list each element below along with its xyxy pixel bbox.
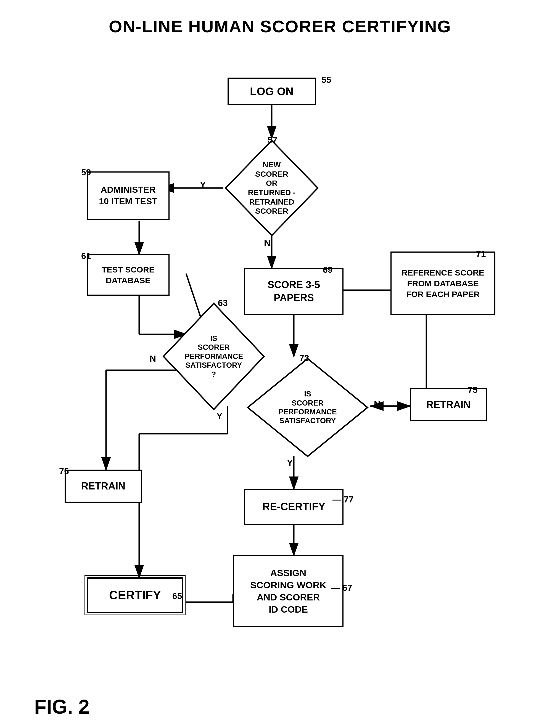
fig-label: FIG. 2 (34, 695, 89, 718)
ref-63: 63 (218, 298, 228, 308)
flowchart-diagram: LOG ON 55 NEW SCORER OR RETURNED - RETRA… (23, 53, 537, 728)
ref-67: — 67 (331, 583, 352, 593)
ref-65: 65 (172, 591, 182, 601)
re-certify-box: RE-CERTIFY (244, 489, 344, 525)
assign-scoring-box: ASSIGN SCORING WORK AND SCORER ID CODE (233, 555, 344, 627)
ref-55: 55 (321, 75, 331, 85)
ref-71: 71 (476, 249, 486, 259)
yn-n-new-scorer: N (264, 238, 270, 248)
logon-box: LOG ON (228, 78, 316, 105)
ref-77: — 77 (332, 494, 353, 505)
scorer-perf-2-diamond: IS SCORER PERFORMANCE SATISFACTORY (245, 357, 370, 458)
ref-59: 59 (81, 167, 91, 178)
new-scorer-diamond: NEW SCORER OR RETURNED - RETRAINED SCORE… (223, 138, 320, 238)
ref-75-right: 75 (468, 385, 478, 395)
yn-y-perf-1: Y (216, 411, 222, 421)
page-title: ON-LINE HUMAN SCORER CERTIFYING (22, 17, 538, 36)
ref-73: 73 (299, 353, 309, 363)
administer-box: ADMINISTER 10 ITEM TEST (87, 172, 170, 220)
ref-57: 57 (268, 135, 278, 145)
page: ON-LINE HUMAN SCORER CERTIFYING (0, 0, 560, 728)
yn-y-perf-2: Y (287, 458, 293, 468)
ref-61: 61 (81, 251, 91, 261)
yn-n-perf-1: N (150, 354, 156, 364)
retrain-left-box: RETRAIN (65, 469, 142, 503)
ref-69: 69 (323, 265, 333, 275)
yn-n-perf-2: N (374, 399, 380, 409)
yn-y-new-scorer: Y (200, 180, 206, 190)
reference-score-box: REFERENCE SCORE FROM DATABASE FOR EACH P… (390, 252, 495, 315)
test-score-db-box: TEST SCORE DATABASE (87, 254, 170, 296)
ref-75-left: 75 (59, 466, 69, 476)
certify-box-outer (84, 575, 186, 615)
